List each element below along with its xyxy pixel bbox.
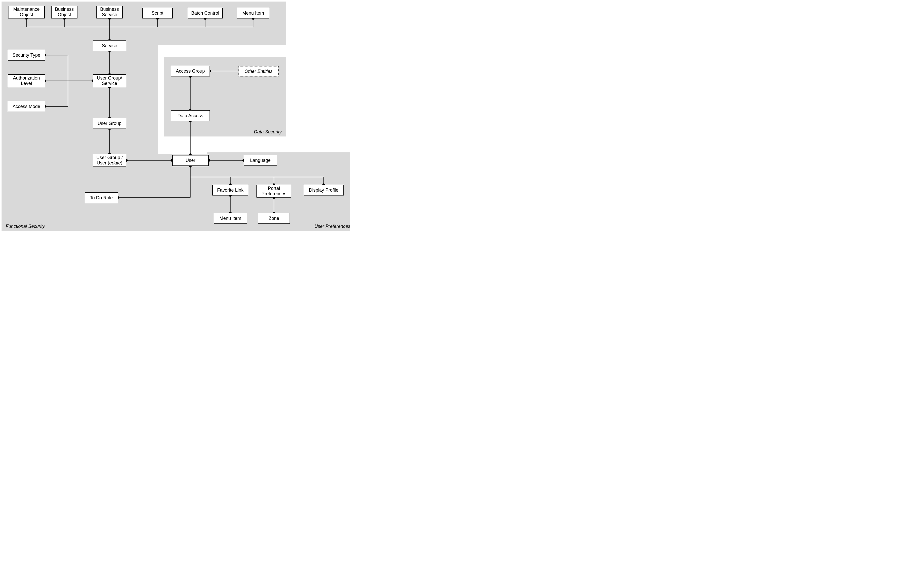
entity-label: Favorite Link: [217, 188, 244, 193]
entity-label: Access Group: [176, 68, 205, 74]
entity-label: User Group / User (edate): [96, 155, 123, 166]
entity-label: Script: [152, 11, 163, 16]
entity-label: Menu Item: [242, 11, 264, 16]
entity-access-mode: Access Mode: [8, 101, 45, 112]
entity-user-group-user: User Group / User (edate): [93, 154, 126, 167]
entity-service: Service: [93, 40, 126, 51]
entity-maintenance-object: Maintenance Object: [8, 6, 45, 19]
entity-script: Script: [142, 8, 172, 19]
entity-other-entities: Other Entities: [239, 66, 279, 76]
entity-business-service: Business Service: [96, 6, 123, 19]
entity-label: Data Access: [177, 113, 203, 118]
entity-label: To Do Role: [90, 195, 113, 201]
entity-label: Other Entities: [244, 69, 272, 74]
entity-authorization-level: Authorization Level: [8, 74, 45, 87]
entity-label: Maintenance Object: [13, 7, 39, 17]
entity-label: Display Profile: [309, 188, 338, 193]
entity-security-type: Security Type: [8, 50, 45, 61]
entity-user: User: [172, 155, 209, 166]
entity-label: Batch Control: [191, 11, 219, 16]
entity-favorite-link: Favorite Link: [213, 185, 248, 195]
entity-label: User Group/ Service: [97, 75, 122, 86]
entity-batch-control: Batch Control: [188, 8, 223, 19]
region-functional-security-2: [2, 45, 158, 231]
entity-label: Business Service: [100, 7, 119, 17]
entity-label: Service: [102, 43, 117, 48]
label-user-preferences: User Preferences: [315, 224, 350, 229]
entity-label: Portal Preferences: [261, 186, 286, 196]
entity-label: Business Object: [55, 7, 74, 17]
entity-label: Access Mode: [12, 104, 40, 109]
entity-display-profile: Display Profile: [304, 185, 344, 195]
label-data-security: Data Security: [254, 129, 282, 135]
entity-zone: Zone: [258, 213, 290, 224]
entity-access-group: Access Group: [171, 66, 210, 76]
entity-label: Menu Item: [219, 216, 241, 221]
label-functional-security: Functional Security: [6, 224, 45, 229]
entity-to-do-role: To Do Role: [85, 192, 118, 203]
entity-label: Language: [250, 158, 271, 163]
diagram-canvas: Functional Security Data Security User P…: [0, 0, 360, 235]
entity-portal-preferences: Portal Preferences: [256, 185, 291, 197]
entity-menu-item-bottom: Menu Item: [214, 213, 247, 224]
entity-label: User: [185, 158, 195, 163]
entity-business-object: Business Object: [51, 6, 78, 19]
entity-language: Language: [244, 155, 277, 166]
entity-user-group-service: User Group/ Service: [93, 74, 126, 87]
entity-data-access: Data Access: [171, 110, 210, 121]
entity-label: Zone: [268, 216, 279, 221]
entity-label: Authorization Level: [13, 75, 40, 86]
entity-label: Security Type: [12, 53, 40, 58]
entity-label: User Group: [98, 121, 121, 126]
entity-user-group: User Group: [93, 118, 126, 129]
entity-menu-item-top: Menu Item: [237, 8, 269, 19]
